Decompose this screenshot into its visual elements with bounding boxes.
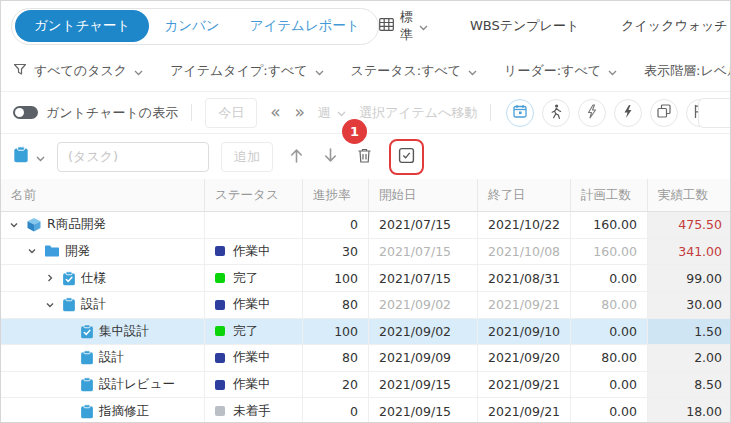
- cell-planned: 160.00: [571, 239, 648, 265]
- annotation-step-badge: 1: [342, 119, 367, 144]
- column-header-start[interactable]: 開始日: [369, 179, 478, 211]
- lightning-outline-icon: [586, 104, 598, 122]
- gantt-visibility-toggle[interactable]: ガントチャートの表示: [13, 104, 178, 122]
- column-header-end[interactable]: 終了日: [478, 179, 571, 211]
- cell-name: 集中設計: [1, 319, 205, 345]
- cell-planned: 0.00: [571, 398, 648, 423]
- toggle-switch[interactable]: [13, 106, 38, 119]
- cell-progress: 0: [303, 398, 369, 423]
- item-type-select[interactable]: [13, 146, 45, 167]
- annotation-highlight-box: [389, 139, 424, 175]
- task-name: 開発: [65, 243, 90, 260]
- copy-icon: [657, 104, 671, 121]
- task-clipboard-icon: [13, 146, 29, 167]
- task-check-icon: [80, 324, 94, 339]
- walker-button[interactable]: [542, 99, 570, 127]
- tree-expand-toggle[interactable]: [7, 220, 21, 230]
- cell-status: 作業中: [205, 239, 303, 265]
- column-header-name[interactable]: 名前: [1, 179, 205, 211]
- cell-end: 2021/09/21: [478, 372, 571, 398]
- column-header-actual[interactable]: 実績工数: [648, 179, 731, 211]
- tree-expand-toggle[interactable]: [25, 246, 39, 256]
- cell-status: [205, 212, 303, 238]
- layout-switcher[interactable]: 標準: [379, 8, 428, 44]
- move-to-selected-button[interactable]: 選択アイテムへ移動: [359, 104, 478, 122]
- cell-start: 2021/07/15: [369, 239, 478, 265]
- tab-active[interactable]: ガントチャート: [15, 10, 149, 42]
- cell-progress: 0: [303, 212, 369, 238]
- walker-icon: [549, 104, 563, 122]
- divider: [191, 104, 192, 121]
- filter-label: ステータス:すべて: [351, 62, 462, 80]
- today-button[interactable]: 今日: [205, 98, 257, 128]
- cell-planned: 0.00: [571, 372, 648, 398]
- table-row[interactable]: 設計レビュー作業中202021/09/152021/09/210.008.50: [1, 372, 730, 399]
- tree-expand-toggle[interactable]: [43, 273, 57, 283]
- cell-actual: 1.50: [648, 319, 731, 345]
- quick-watch-link[interactable]: クイックウォッチ: [621, 17, 727, 35]
- cell-end: 2021/10/22: [478, 212, 571, 238]
- column-header-planned[interactable]: 計画工数: [571, 179, 648, 211]
- table-row[interactable]: 指摘修正未着手02021/09/152021/09/210.0018.00: [1, 398, 730, 423]
- time-scale-select[interactable]: 週: [318, 104, 346, 122]
- top-right-actions: 標準 WBSテンプレート クイックウォッチ: [379, 8, 728, 44]
- cell-start: 2021/09/02: [369, 319, 478, 345]
- cell-status: 完了: [205, 265, 303, 291]
- prev-period-button[interactable]: «: [270, 104, 280, 121]
- move-down-button[interactable]: [319, 145, 341, 169]
- filter-label: リーダー:すべて: [504, 62, 601, 80]
- new-task-input[interactable]: [57, 142, 209, 172]
- move-up-button[interactable]: [285, 145, 307, 169]
- lightning-filled-button[interactable]: [614, 99, 642, 127]
- status-label: 完了: [233, 270, 258, 287]
- cutoff-button[interactable]: [698, 98, 731, 128]
- tab-inactive[interactable]: カンバン: [149, 10, 234, 42]
- cell-progress: 30: [303, 239, 369, 265]
- cell-name: 指摘修正: [1, 398, 205, 423]
- table-row[interactable]: 設計作業中802021/09/092021/09/2080.002.00: [1, 345, 730, 372]
- cell-start: 2021/09/15: [369, 398, 478, 423]
- filter-bar: すべてのタスクアイテムタイプ:すべてステータス:すべてリーダー:すべて表示階層:…: [1, 51, 730, 92]
- chevron-down-icon: [134, 64, 143, 79]
- filter-dropdown[interactable]: ステータス:すべて: [351, 62, 478, 80]
- lightning-outline-button[interactable]: [578, 99, 606, 127]
- status-label: 作業中: [233, 376, 271, 393]
- task-name: R商品開発: [47, 216, 106, 233]
- table-row[interactable]: 仕様完了1002021/07/152021/08/310.0099.00: [1, 265, 730, 292]
- tree-expand-toggle[interactable]: [43, 300, 57, 310]
- delete-button[interactable]: [353, 145, 375, 169]
- cell-end: 2021/10/08: [478, 239, 571, 265]
- table-row[interactable]: 集中設計完了1002021/09/022021/09/100.001.50: [1, 319, 730, 346]
- cell-planned: 160.00: [571, 212, 648, 238]
- next-period-button[interactable]: »: [295, 104, 305, 121]
- tab-inactive[interactable]: アイテムレポート: [235, 10, 375, 42]
- cell-progress: 20: [303, 372, 369, 398]
- wbs-template-link[interactable]: WBSテンプレート: [470, 17, 579, 35]
- cell-name: R商品開発: [1, 212, 205, 238]
- table-row[interactable]: R商品開発02021/07/152021/10/22160.00475.50: [1, 212, 730, 239]
- task-icon: [80, 404, 94, 419]
- column-header-progress[interactable]: 進捗率: [303, 179, 369, 211]
- multi-select-button[interactable]: [396, 145, 418, 169]
- column-header-status[interactable]: ステータス: [205, 179, 303, 211]
- copy-button[interactable]: [650, 99, 678, 127]
- cell-status: 作業中: [205, 292, 303, 318]
- filter-dropdown[interactable]: アイテムタイプ:すべて: [170, 62, 323, 80]
- status-label: 作業中: [233, 349, 271, 366]
- table-row[interactable]: 設計作業中802021/09/022021/09/2180.0030.00: [1, 292, 730, 319]
- cell-actual: 99.00: [648, 265, 731, 291]
- add-button[interactable]: 追加: [221, 142, 273, 172]
- cell-end: 2021/09/21: [478, 292, 571, 318]
- filter-dropdown[interactable]: 表示階層:レベル1: [644, 62, 731, 80]
- calendar-button[interactable]: [506, 99, 534, 127]
- grid-icon: [379, 18, 394, 34]
- filter-dropdown[interactable]: リーダー:すべて: [504, 62, 617, 80]
- status-color-square: [215, 353, 225, 363]
- top-bar: ガントチャートカンバンアイテムレポート 標準 WBSテンプレート クイックウォッ…: [1, 1, 730, 51]
- table-row[interactable]: 開発作業中302021/07/152021/10/08160.00341.00: [1, 239, 730, 266]
- cell-end: 2021/09/21: [478, 398, 571, 423]
- filter-label: 表示階層:レベル1: [644, 62, 731, 80]
- status-label: 作業中: [233, 296, 271, 313]
- task-icon: [80, 377, 94, 392]
- filter-dropdown[interactable]: すべてのタスク: [13, 62, 143, 80]
